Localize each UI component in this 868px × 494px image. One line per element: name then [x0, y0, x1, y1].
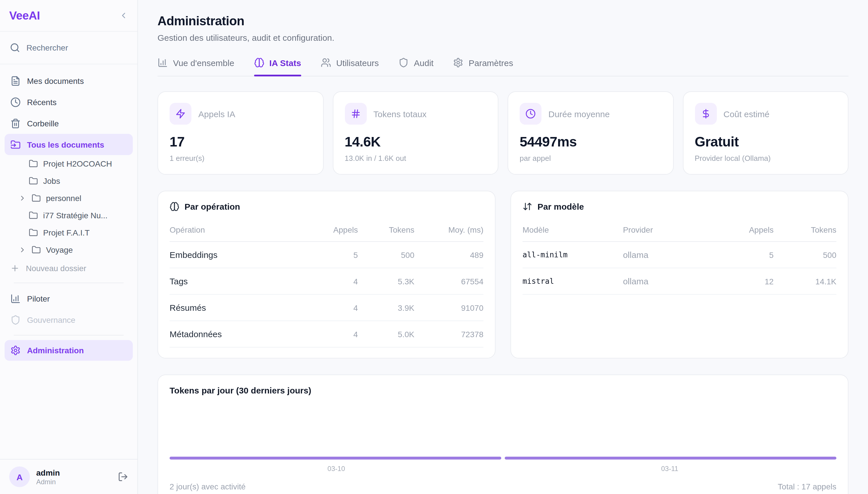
logout-icon: [118, 472, 128, 482]
sidebar-item-piloter[interactable]: Piloter: [5, 288, 133, 309]
folder-label: Projet F.A.I.T: [43, 228, 90, 237]
new-folder-label: Nouveau dossier: [26, 264, 86, 273]
stat-iconbox: [170, 103, 191, 125]
x-tick-label: 03-10: [170, 465, 503, 473]
tab-ia-stats[interactable]: IA Stats: [254, 57, 301, 76]
page-subtitle: Gestion des utilisateurs, audit et confi…: [158, 33, 848, 42]
stats-row: Appels IA 17 1 erreur(s) Tokens totaux 1…: [158, 91, 848, 175]
stat-label: Durée moyenne: [548, 109, 610, 119]
cell-appels: 4: [301, 268, 358, 294]
folder-icon: [29, 228, 38, 237]
folder-label: Jobs: [43, 176, 60, 186]
chevron-left-icon: [119, 11, 128, 20]
tab-audit[interactable]: Audit: [399, 57, 433, 76]
stat-label: Tokens totaux: [373, 109, 426, 119]
cell-tokens: 500: [774, 242, 836, 268]
chart-footer-left: 2 jour(s) avec activité: [170, 482, 246, 491]
col-operation: Opération: [170, 220, 301, 242]
sidebar-item-label: Piloter: [27, 294, 50, 303]
sidebar-collapse-button[interactable]: [119, 11, 128, 20]
hash-icon: [350, 109, 361, 119]
cell-model: all-minilm: [522, 242, 623, 268]
sidebar-item-tous-les-documents[interactable]: Tous les documents: [5, 134, 133, 155]
folder-label: personnel: [46, 194, 81, 203]
tab-parametres[interactable]: Paramètres: [453, 57, 513, 76]
shield-icon: [10, 315, 21, 325]
col-moy-ms: Moy. (ms): [414, 220, 483, 242]
clock-icon: [525, 109, 536, 119]
tab-vue-densemble[interactable]: Vue d'ensemble: [158, 57, 234, 76]
folder-icon: [32, 245, 41, 254]
sidebar-item-corbeille[interactable]: Corbeille: [5, 113, 133, 134]
stat-value: 14.6K: [345, 134, 486, 150]
folder-item-projet-h2ocoach[interactable]: Projet H2OCOACH: [5, 155, 133, 172]
operations-card: Par opération Opération Appels Tokens Mo…: [158, 191, 496, 358]
sidebar-item-mes-documents[interactable]: Mes documents: [5, 70, 133, 91]
zap-icon: [175, 109, 186, 119]
sidebar-item-gouvernance: Gouvernance: [5, 309, 133, 330]
search-icon: [10, 42, 20, 53]
chart-bars: [170, 457, 836, 459]
stat-value: Gratuit: [695, 134, 836, 150]
chart-footer-right: Total : 17 appels: [778, 482, 836, 491]
avatar: A: [9, 467, 30, 487]
cell-operation: Métadonnées: [170, 321, 301, 347]
cell-appels: 5: [711, 242, 773, 268]
cell-avg: 91070: [414, 294, 483, 321]
table-row: all-minilm ollama 5 500: [522, 242, 836, 268]
users-icon: [321, 57, 331, 68]
tab-label: IA Stats: [269, 58, 301, 68]
stat-card-tokens-totaux: Tokens totaux 14.6K 13.0K in / 1.6K out: [333, 91, 498, 175]
stat-sub: 1 erreur(s): [170, 154, 311, 163]
folder-item-personnel[interactable]: personnel: [5, 190, 133, 207]
logout-button[interactable]: [118, 472, 128, 482]
sidebar-item-label: Tous les documents: [27, 140, 104, 149]
plus-icon: [10, 264, 20, 273]
models-card: Par modèle Modèle Provider Appels Tokens: [511, 191, 848, 358]
cell-operation: Résumés: [170, 294, 301, 321]
cell-provider: ollama: [623, 268, 711, 294]
sidebar-item-administration[interactable]: Administration: [5, 340, 133, 361]
file-text-icon: [10, 76, 21, 86]
folder-label: i77 Stratégie Nu...: [43, 211, 108, 220]
col-modele: Modèle: [522, 220, 623, 242]
bar-chart-icon: [158, 57, 168, 68]
cell-provider: ollama: [623, 242, 711, 268]
sidebar-item-recents[interactable]: Récents: [5, 91, 133, 113]
tables-row: Par opération Opération Appels Tokens Mo…: [158, 191, 848, 358]
col-provider: Provider: [623, 220, 711, 242]
sidebar-item-label: Récents: [27, 97, 57, 107]
cell-model: mistral: [522, 268, 623, 294]
search-button[interactable]: Rechercher: [0, 32, 137, 64]
folder-item-jobs[interactable]: Jobs: [5, 172, 133, 190]
models-title-row: Par modèle: [522, 202, 836, 211]
folder-item-i77-strategie[interactable]: i77 Stratégie Nu...: [5, 207, 133, 224]
operations-title: Par opération: [185, 202, 240, 211]
tokens-per-day-card: Tokens par jour (30 derniers jours) 03-1…: [158, 375, 848, 494]
col-tokens: Tokens: [774, 220, 836, 242]
folder-item-voyage[interactable]: Voyage: [5, 241, 133, 259]
folder-icon: [32, 194, 41, 203]
user-footer: A admin Admin: [0, 459, 137, 494]
chart-x-labels: 03-10 03-11: [170, 465, 836, 473]
sidebar-header: VeeAI: [0, 0, 137, 32]
stat-card-appels-ia: Appels IA 17 1 erreur(s): [158, 91, 324, 175]
chart-plot-area: [170, 399, 836, 459]
gear-icon: [453, 57, 463, 68]
table-row: mistral ollama 12 14.1K: [522, 268, 836, 294]
sidebar: VeeAI Rechercher Mes documents Récents C…: [0, 0, 138, 494]
stat-label: Coût estimé: [723, 109, 770, 119]
tab-label: Paramètres: [468, 58, 513, 68]
folder-item-projet-fait[interactable]: Projet F.A.I.T: [5, 224, 133, 241]
sidebar-nav: Mes documents Récents Corbeille Tous les…: [0, 64, 137, 361]
table-header-row: Opération Appels Tokens Moy. (ms): [170, 220, 483, 242]
cell-appels: 12: [711, 268, 773, 294]
cell-operation: Tags: [170, 268, 301, 294]
table-row: Tags 4 5.3K 67554: [170, 268, 483, 294]
cell-appels: 4: [301, 321, 358, 347]
arrows-up-down-icon: [522, 202, 532, 211]
col-appels: Appels: [301, 220, 358, 242]
stat-sub: 13.0K in / 1.6K out: [345, 154, 486, 163]
new-folder-button[interactable]: Nouveau dossier: [5, 259, 133, 278]
tab-utilisateurs[interactable]: Utilisateurs: [321, 57, 379, 76]
